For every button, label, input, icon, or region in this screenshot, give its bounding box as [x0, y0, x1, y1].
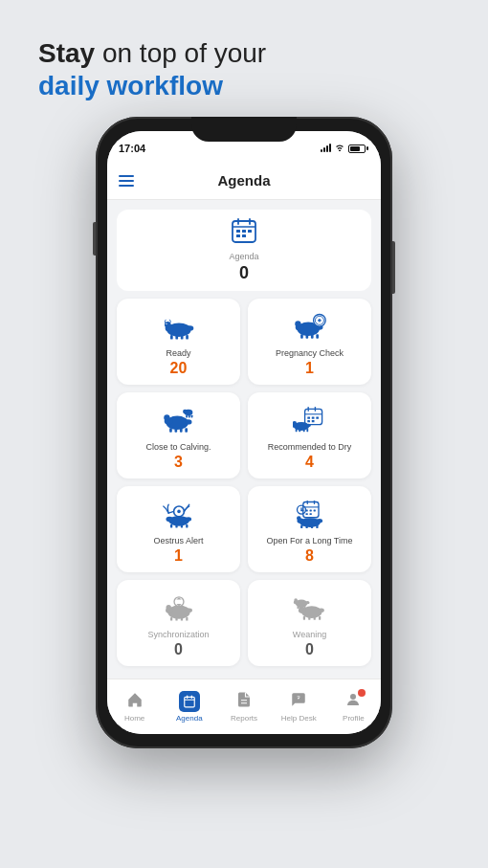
svg-point-110: [294, 599, 298, 603]
wifi-icon: [335, 144, 344, 153]
nav-profile[interactable]: Profile: [326, 691, 381, 723]
svg-rect-50: [316, 417, 319, 419]
svg-rect-24: [310, 335, 313, 340]
svg-point-17: [165, 323, 170, 328]
svg-rect-57: [299, 429, 300, 432]
svg-rect-22: [300, 335, 303, 340]
battery-icon: [348, 145, 366, 153]
svg-rect-35: [174, 429, 177, 434]
svg-rect-94: [170, 617, 172, 621]
svg-line-63: [168, 512, 173, 514]
svg-rect-5: [242, 230, 246, 233]
svg-point-65: [166, 517, 172, 522]
svg-point-90: [316, 519, 322, 523]
card-weaning-count: 0: [305, 641, 314, 658]
svg-point-21: [295, 322, 300, 327]
reports-icon: [235, 691, 253, 712]
svg-rect-58: [302, 429, 304, 432]
svg-rect-112: [300, 607, 302, 610]
card-weaning-label: Weaning: [293, 630, 326, 639]
dry-icon: [293, 404, 327, 438]
card-ready-label: Ready: [166, 348, 190, 358]
svg-rect-97: [186, 617, 188, 621]
app-header: Agenda: [107, 162, 381, 200]
pregnancy-check-icon: [293, 310, 327, 345]
svg-rect-48: [307, 417, 310, 419]
nav-reports[interactable]: Reports: [216, 691, 271, 723]
hamburger-icon[interactable]: [119, 175, 134, 187]
svg-point-70: [185, 518, 190, 523]
nav-home[interactable]: Home: [107, 691, 162, 723]
svg-point-93: [166, 605, 170, 610]
svg-rect-6: [248, 230, 252, 233]
nav-help-label: Help Desk: [281, 714, 317, 723]
svg-rect-59: [306, 429, 308, 432]
svg-rect-115: [185, 698, 195, 708]
svg-rect-68: [180, 524, 182, 528]
svg-rect-52: [311, 420, 314, 422]
open-long-icon: [293, 498, 327, 532]
svg-rect-41: [186, 415, 188, 418]
profile-badge: [344, 691, 362, 712]
card-open-count: 8: [305, 547, 314, 565]
svg-point-107: [318, 609, 323, 613]
svg-rect-66: [170, 524, 172, 528]
phone-shell: 17:04: [96, 117, 392, 748]
card-synchronization[interactable]: Synchronization 0: [117, 580, 240, 666]
svg-rect-14: [180, 335, 183, 340]
svg-rect-87: [305, 525, 307, 528]
profile-badge-dot: [358, 689, 366, 697]
phone-screen: 17:04: [107, 131, 381, 734]
app-content: Agenda 0: [107, 200, 381, 679]
svg-rect-113: [303, 607, 305, 610]
svg-rect-69: [186, 524, 188, 528]
card-calving-label: Close to Calving.: [145, 442, 211, 452]
nav-agenda-label: Agenda: [176, 714, 203, 723]
headline: Stay on top of your daily workflow: [0, 0, 488, 117]
svg-rect-25: [316, 335, 319, 340]
svg-rect-96: [180, 617, 182, 621]
svg-rect-43: [190, 415, 192, 418]
nav-home-label: Home: [124, 714, 144, 723]
svg-rect-106: [319, 616, 321, 620]
svg-rect-104: [308, 616, 310, 620]
card-dry-count: 4: [305, 454, 314, 471]
svg-rect-56: [295, 429, 297, 432]
nav-agenda[interactable]: Agenda: [162, 691, 216, 723]
svg-point-98: [186, 609, 191, 613]
card-close-to-calving[interactable]: Close to Calving. 3: [117, 392, 240, 479]
card-oestrus-alert[interactable]: Oestrus Alert 1: [117, 486, 240, 572]
card-ready[interactable]: Ready 20: [117, 299, 240, 385]
svg-rect-88: [310, 525, 312, 528]
agenda-summary-label: Agenda: [229, 252, 258, 261]
svg-point-85: [297, 517, 301, 522]
card-calving-count: 3: [174, 454, 183, 471]
agenda-summary-count: 0: [239, 263, 249, 283]
app-header-title: Agenda: [217, 172, 270, 189]
svg-rect-77: [313, 510, 315, 512]
help-icon: ?: [290, 691, 307, 712]
notch: [191, 117, 297, 142]
svg-rect-23: [305, 335, 308, 340]
card-oestrus-label: Oestrus Alert: [153, 536, 203, 545]
svg-rect-36: [179, 429, 182, 434]
status-time: 17:04: [119, 143, 145, 154]
svg-rect-42: [188, 415, 189, 418]
headline-blue: daily workflow: [38, 71, 450, 101]
svg-rect-111: [297, 607, 299, 610]
card-pregnancy-count: 1: [305, 360, 314, 377]
card-pregnancy-check[interactable]: Pregnancy Check 1: [248, 299, 371, 385]
card-open-long-time[interactable]: Open For a Long Time 8: [248, 486, 371, 572]
svg-rect-51: [307, 420, 310, 422]
card-recommended-dry[interactable]: Recommended to Dry 4: [248, 392, 371, 479]
weaning-icon: [293, 591, 327, 626]
home-icon: [126, 691, 144, 712]
nav-reports-label: Reports: [231, 714, 257, 723]
card-open-label: Open For a Long Time: [266, 536, 352, 545]
svg-rect-103: [302, 616, 304, 620]
card-weaning[interactable]: Weaning 0: [248, 580, 371, 666]
svg-point-18: [166, 323, 166, 324]
svg-rect-15: [186, 335, 189, 340]
sync-icon: [162, 591, 196, 626]
nav-help-desk[interactable]: ? Help Desk: [272, 691, 326, 723]
